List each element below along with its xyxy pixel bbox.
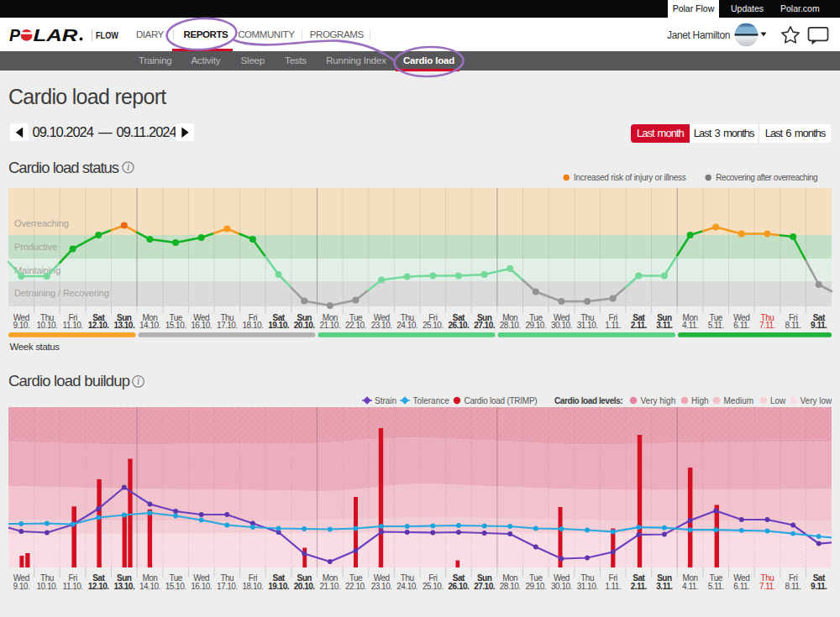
svg-text:25.10.: 25.10. [423,321,444,330]
svg-text:28.10.: 28.10. [500,582,521,591]
svg-text:29.10.: 29.10. [525,321,546,330]
svg-text:11.10.: 11.10. [63,582,83,591]
svg-text:High: High [691,396,709,405]
svg-text:Very high: Very high [641,396,676,405]
svg-text:Strain: Strain [375,396,396,405]
svg-text:25.10.: 25.10. [423,582,444,591]
svg-text:Week status: Week status [10,342,60,352]
svg-text:6.11.: 6.11. [733,582,749,591]
svg-text:Increased risk of injury or il: Increased risk of injury or illness [574,173,686,182]
svg-text:26.10.: 26.10. [448,582,470,591]
svg-text:19.10.: 19.10. [268,582,290,591]
svg-text:27.10.: 27.10. [474,582,496,591]
svg-text:10.10.: 10.10. [36,582,57,591]
svg-text:5.11.: 5.11. [708,321,724,330]
svg-text:4.11.: 4.11. [682,321,698,330]
svg-text:22.10.: 22.10. [345,321,366,330]
svg-text:18.10.: 18.10. [242,582,263,591]
svg-text:28.10.: 28.10. [500,321,521,330]
svg-text:Cardio load (TRIMP): Cardio load (TRIMP) [465,396,538,405]
svg-text:Recovering after overreaching: Recovering after overreaching [716,173,817,182]
svg-text:3.11.: 3.11. [656,582,673,591]
svg-text:13.10.: 13.10. [113,321,135,330]
svg-text:Overreaching: Overreaching [14,218,69,228]
svg-text:Detraining / Recovering: Detraining / Recovering [14,288,109,298]
svg-text:22.10.: 22.10. [345,582,366,591]
svg-text:Tolerance: Tolerance [412,396,449,405]
svg-text:7.11.: 7.11. [759,321,775,330]
svg-text:Low: Low [770,396,786,405]
svg-text:30.10.: 30.10. [551,582,572,591]
svg-text:1.11.: 1.11. [605,582,621,591]
svg-text:7.11.: 7.11. [759,582,775,591]
svg-text:17.10.: 17.10. [217,321,238,330]
svg-text:6.11.: 6.11. [733,321,749,330]
svg-text:26.10.: 26.10. [448,321,470,330]
svg-text:Very low: Very low [801,396,833,405]
svg-text:19.10.: 19.10. [268,321,290,330]
svg-text:Cardio load levels:: Cardio load levels: [554,396,622,405]
svg-text:21.10.: 21.10. [319,582,340,591]
svg-text:9.11.: 9.11. [811,321,827,330]
svg-text:15.10.: 15.10. [165,582,186,591]
svg-text:24.10.: 24.10. [396,321,417,330]
svg-text:20.10.: 20.10. [294,582,316,591]
svg-text:11.10.: 11.10. [63,321,83,330]
svg-text:14.10.: 14.10. [139,582,160,591]
svg-text:16.10.: 16.10. [191,582,212,591]
svg-text:12.10.: 12.10. [88,321,110,330]
svg-text:20.10.: 20.10. [294,321,316,330]
svg-text:23.10.: 23.10. [371,321,392,330]
svg-text:Productive: Productive [14,242,57,252]
svg-text:24.10.: 24.10. [396,582,417,591]
svg-text:15.10.: 15.10. [165,321,186,330]
svg-text:27.10.: 27.10. [474,321,496,330]
svg-text:17.10.: 17.10. [217,582,238,591]
svg-text:16.10.: 16.10. [191,321,212,330]
svg-text:Medium: Medium [724,396,754,405]
svg-text:5.11.: 5.11. [708,582,724,591]
svg-text:29.10.: 29.10. [525,582,546,591]
svg-text:14.10.: 14.10. [139,321,160,330]
svg-text:9.10.: 9.10. [13,582,29,591]
svg-text:30.10.: 30.10. [551,321,572,330]
svg-text:21.10.: 21.10. [319,321,340,330]
svg-text:31.10.: 31.10. [577,582,598,591]
svg-text:1.11.: 1.11. [605,321,621,330]
svg-text:3.11.: 3.11. [656,321,673,330]
svg-text:31.10.: 31.10. [577,321,598,330]
svg-text:8.11.: 8.11. [785,321,801,330]
svg-text:9.11.: 9.11. [811,582,827,591]
svg-text:9.10.: 9.10. [13,321,29,330]
svg-text:8.11.: 8.11. [785,582,801,591]
svg-text:23.10.: 23.10. [371,582,392,591]
svg-text:2.11.: 2.11. [631,582,648,591]
svg-text:4.11.: 4.11. [682,582,698,591]
svg-text:2.11.: 2.11. [631,321,648,330]
svg-text:13.10.: 13.10. [113,582,135,591]
svg-text:12.10.: 12.10. [88,582,110,591]
svg-text:10.10.: 10.10. [36,321,57,330]
svg-text:18.10.: 18.10. [242,321,263,330]
